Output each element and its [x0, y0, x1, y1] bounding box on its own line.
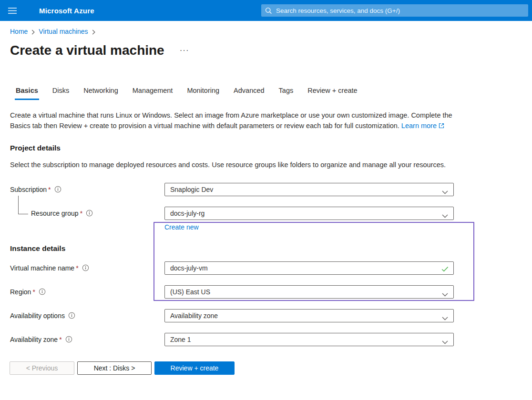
- resource-group-row: Resource group * docs-july-rg: [10, 207, 532, 220]
- resource-group-control: docs-july-rg: [164, 207, 454, 220]
- availability-options-row: Availability options Availability zone: [10, 309, 532, 322]
- info-icon[interactable]: [68, 312, 75, 319]
- tab-management[interactable]: Management: [125, 85, 180, 100]
- required-asterisk: *: [32, 288, 35, 296]
- region-row: Region * (US) East US: [10, 285, 532, 299]
- resource-group-label: Resource group *: [10, 210, 164, 217]
- availability-zone-row: Availability zone * Zone 1: [10, 333, 532, 346]
- hamburger-menu-icon[interactable]: [0, 0, 25, 21]
- learn-more-label: Learn more: [401, 122, 437, 130]
- project-details-heading: Project details: [10, 144, 532, 152]
- title-row: Create a virtual machine ···: [10, 43, 532, 58]
- info-icon[interactable]: [82, 264, 89, 271]
- required-asterisk: *: [76, 264, 78, 272]
- vm-name-input[interactable]: [164, 261, 454, 275]
- region-dropdown[interactable]: (US) East US: [164, 285, 454, 299]
- previous-button: < Previous: [10, 361, 74, 375]
- availability-zone-dropdown[interactable]: Zone 1: [164, 333, 454, 346]
- wizard-footer: < Previous Next : Disks > Review + creat…: [10, 361, 532, 375]
- tab-tags[interactable]: Tags: [272, 85, 301, 100]
- resource-group-dropdown[interactable]: docs-july-rg: [164, 207, 454, 220]
- indent-connector-line: [18, 196, 28, 214]
- label-text: Subscription: [10, 186, 47, 193]
- valid-check-icon: [441, 265, 449, 274]
- availability-options-dropdown[interactable]: Availability zone: [164, 309, 454, 322]
- resource-group-value: docs-july-rg: [170, 210, 205, 217]
- breadcrumb-home[interactable]: Home: [10, 28, 28, 35]
- chevron-right-icon: [92, 30, 95, 35]
- availability-options-label: Availability options: [10, 312, 164, 320]
- required-asterisk: *: [80, 210, 82, 217]
- subscription-control: Snaplogic Dev: [164, 183, 454, 196]
- subscription-value: Snaplogic Dev: [170, 186, 213, 193]
- vm-name-control: [164, 261, 454, 275]
- tab-advanced[interactable]: Advanced: [226, 85, 272, 100]
- region-value: (US) East US: [170, 288, 210, 296]
- region-label: Region *: [10, 288, 164, 296]
- app-title: Microsoft Azure: [39, 7, 94, 15]
- label-text: Availability options: [10, 312, 65, 320]
- intro-text: Create a virtual machine that runs Linux…: [10, 111, 452, 130]
- breadcrumb-virtual-machines[interactable]: Virtual machines: [39, 28, 88, 35]
- tab-monitoring[interactable]: Monitoring: [180, 85, 226, 100]
- label-text: Resource group: [31, 210, 79, 217]
- availability-zone-control: Zone 1: [164, 333, 454, 346]
- availability-options-value: Availability zone: [170, 312, 218, 320]
- tab-bar: Basics Disks Networking Management Monit…: [9, 85, 532, 100]
- availability-zone-value: Zone 1: [170, 336, 191, 343]
- vm-name-label: Virtual machine name *: [10, 264, 164, 272]
- info-icon[interactable]: [39, 288, 46, 295]
- region-control: (US) East US: [164, 285, 454, 299]
- chevron-right-icon: [31, 30, 35, 35]
- required-asterisk: *: [48, 186, 51, 193]
- intro-paragraph: Create a virtual machine that runs Linux…: [10, 110, 456, 131]
- tab-review-create[interactable]: Review + create: [300, 85, 364, 100]
- tab-disks[interactable]: Disks: [45, 85, 76, 100]
- top-bar: Microsoft Azure: [0, 0, 532, 21]
- vm-name-row: Virtual machine name *: [10, 261, 532, 275]
- azure-portal-page: Microsoft Azure Home Virtual machines Cr…: [0, 0, 532, 400]
- subscription-row: Subscription * Snaplogic Dev: [10, 183, 532, 196]
- next-disks-button[interactable]: Next : Disks >: [77, 361, 152, 375]
- availability-options-control: Availability zone: [164, 309, 454, 322]
- basics-form: Subscription * Snaplogic Dev Resource gr…: [10, 183, 532, 346]
- learn-more-link[interactable]: Learn more: [401, 122, 444, 130]
- availability-zone-label: Availability zone *: [10, 336, 164, 343]
- external-link-icon: [439, 121, 444, 132]
- more-menu[interactable]: ···: [180, 46, 189, 55]
- info-icon[interactable]: [65, 336, 72, 343]
- project-details-description: Select the subscription to manage deploy…: [10, 160, 456, 170]
- search-icon: [265, 7, 272, 14]
- label-text: Virtual machine name: [10, 264, 74, 272]
- create-new-link[interactable]: Create new: [164, 223, 199, 232]
- instance-details-heading: Instance details: [10, 244, 532, 253]
- page-title: Create a virtual machine: [10, 43, 164, 58]
- subscription-dropdown[interactable]: Snaplogic Dev: [164, 183, 454, 196]
- breadcrumb: Home Virtual machines: [0, 21, 532, 35]
- label-text: Availability zone: [10, 336, 58, 343]
- label-text: Region: [10, 288, 31, 296]
- info-icon[interactable]: [86, 210, 93, 217]
- info-icon[interactable]: [54, 186, 61, 193]
- tab-basics[interactable]: Basics: [9, 85, 45, 100]
- global-search[interactable]: [261, 4, 528, 17]
- review-create-button[interactable]: Review + create: [154, 361, 235, 375]
- required-asterisk: *: [59, 336, 61, 343]
- search-input[interactable]: [276, 7, 524, 14]
- tab-networking[interactable]: Networking: [76, 85, 125, 100]
- subscription-label: Subscription *: [10, 186, 164, 193]
